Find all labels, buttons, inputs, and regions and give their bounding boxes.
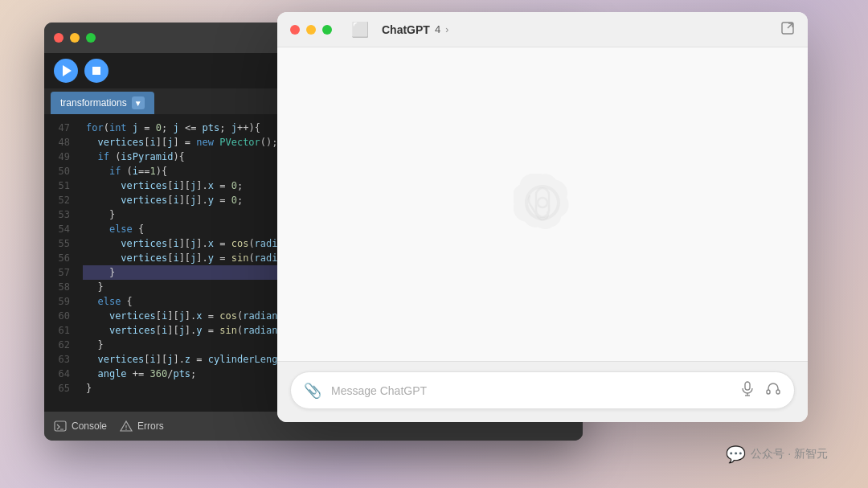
chatgpt-window: ⬜ ChatGPT 4 › [277, 12, 808, 422]
run-button[interactable] [54, 59, 78, 83]
headphone-icon[interactable] [765, 380, 781, 400]
chatgpt-input-area: 📎 Message ChatGPT [277, 361, 808, 422]
console-label: Console [72, 420, 107, 432]
chatgpt-logo-text: ChatGPT [382, 23, 430, 36]
ide-minimize-button[interactable] [70, 33, 80, 43]
ide-close-button[interactable] [54, 33, 63, 43]
tab-label: transformations [60, 97, 127, 109]
stop-button[interactable] [84, 59, 108, 83]
errors-label: Errors [137, 420, 164, 432]
errors-status[interactable]: Errors [120, 420, 164, 433]
svg-point-4 [125, 429, 127, 430]
console-icon [54, 420, 67, 433]
sidebar-toggle-icon[interactable]: ⬜ [351, 21, 369, 39]
line-numbers: 4748495051 5253545556 5758596061 6263646… [44, 114, 76, 412]
chatgpt-input-box: 📎 Message ChatGPT [290, 371, 795, 409]
message-input[interactable]: Message ChatGPT [331, 384, 730, 397]
ide-maximize-button[interactable] [86, 33, 96, 43]
tab-dropdown-icon[interactable]: ▼ [132, 96, 145, 109]
share-icon[interactable] [780, 21, 795, 39]
chatgpt-titlebar: ⬜ ChatGPT 4 › [277, 12, 808, 47]
wechat-icon: 💬 [726, 445, 746, 464]
chatgpt-minimize-button[interactable] [306, 25, 316, 35]
chatgpt-maximize-button[interactable] [322, 25, 332, 35]
chatgpt-model-chevron-icon[interactable]: › [445, 24, 448, 35]
svg-line-6 [788, 23, 792, 28]
attach-icon[interactable]: 📎 [304, 382, 321, 400]
openai-logo [514, 174, 571, 235]
console-status[interactable]: Console [54, 420, 107, 433]
svg-rect-12 [776, 390, 780, 394]
svg-rect-8 [745, 382, 750, 390]
watermark-text: 公众号 · 新智元 [751, 447, 828, 461]
chatgpt-title-area: ChatGPT 4 › [382, 23, 448, 36]
svg-rect-11 [767, 390, 770, 394]
errors-icon [120, 420, 133, 433]
tab-transformations[interactable]: transformations ▼ [51, 92, 154, 114]
chatgpt-model-label: 4 [435, 23, 440, 35]
microphone-icon[interactable] [739, 380, 755, 400]
chatgpt-close-button[interactable] [290, 25, 300, 35]
chatgpt-body [277, 47, 808, 361]
watermark: 💬 公众号 · 新智元 [726, 445, 828, 464]
chatgpt-traffic-lights [290, 25, 332, 35]
